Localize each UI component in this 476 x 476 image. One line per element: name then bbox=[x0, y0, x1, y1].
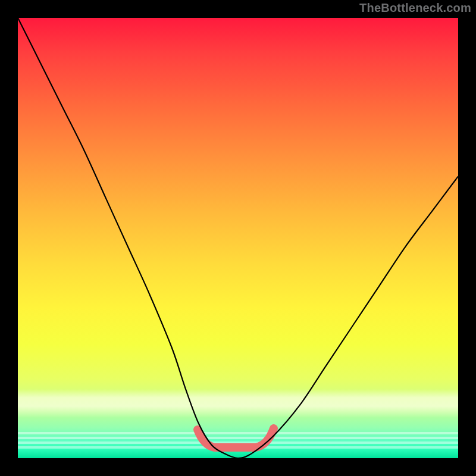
chart-stage: TheBottleneck.com bbox=[0, 0, 476, 476]
plot-area bbox=[18, 18, 458, 458]
optimal-range-highlight bbox=[198, 428, 274, 447]
watermark-text: TheBottleneck.com bbox=[359, 1, 471, 15]
chart-svg bbox=[18, 18, 458, 458]
bottleneck-curve bbox=[18, 18, 458, 458]
